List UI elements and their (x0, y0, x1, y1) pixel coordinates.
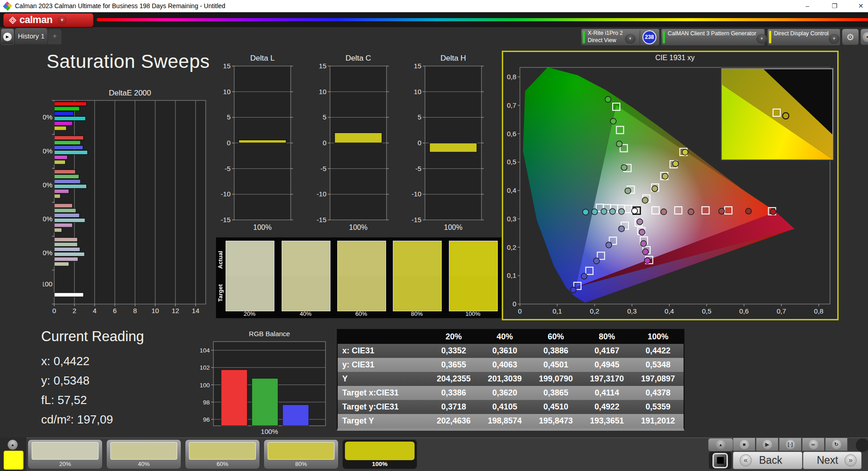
table-row: Target Y202,4636198,8574195,8473193,3651… (338, 414, 684, 428)
display-control-dropdown-icon[interactable]: ▼ (829, 34, 840, 44)
next-button[interactable]: Next » (803, 452, 862, 469)
meter-dropdown-icon[interactable]: ▼ (625, 34, 636, 44)
pattern-tile-label: 20% (28, 461, 102, 467)
svg-text:-10: -10 (411, 190, 421, 198)
minimize-button[interactable]: – (798, 0, 816, 12)
transport-infinity-button[interactable]: ∞ (802, 438, 825, 451)
svg-text:15: 15 (319, 62, 326, 70)
cie-1931-chart: CIE 1931 xy00,10,20,30,40,50,60,70,800,1… (503, 52, 837, 319)
transport-play-button[interactable]: ▶ (756, 438, 778, 451)
pattern-panel-up-button[interactable]: ▲ (8, 440, 18, 450)
pattern-tile-label: 100% (343, 461, 417, 467)
cie-1931-panel: CIE 1931 xy00,10,20,30,40,50,60,70,800,1… (502, 51, 839, 320)
back-chevron-icon: « (740, 454, 752, 466)
pattern-tile-80%[interactable]: 80% (264, 439, 339, 469)
pattern-generator-label: CalMAN Client 3 Pattern Generator (668, 30, 756, 38)
svg-text:100: 100 (200, 382, 210, 389)
calman-app-window: Calman 2023 Calman Ultimate for Business… (0, 0, 868, 471)
transport-stop-button[interactable]: ■ (733, 438, 755, 451)
play-icon: ▶ (763, 440, 772, 449)
svg-text:0,6: 0,6 (739, 307, 749, 315)
current-reading-title: Current Reading (41, 328, 144, 345)
display-control-label: Direct Display Control (774, 30, 829, 38)
square-pattern-icon (712, 453, 728, 468)
calman-menu-dropdown-icon[interactable]: ▼ (58, 16, 66, 24)
calman-menu-button[interactable]: calman ▼ (3, 13, 94, 27)
svg-text:0,8: 0,8 (814, 307, 824, 315)
svg-text:5: 5 (227, 113, 231, 121)
target-row-label: Target (217, 277, 224, 309)
table-row: Target x:CIE310,33860,36200,38650,41140,… (338, 386, 684, 400)
svg-text:0,2: 0,2 (590, 307, 599, 315)
current-reading-values: x: 0,4422y: 0,5348fL: 57,52cd/m²: 197,09 (41, 354, 113, 432)
svg-text:4: 4 (93, 307, 96, 314)
svg-text:15: 15 (223, 62, 231, 70)
svg-text:100%: 100% (261, 428, 278, 435)
svg-text:0,3: 0,3 (507, 215, 516, 223)
svg-text:10: 10 (319, 88, 326, 95)
calman-diamond-icon (8, 16, 17, 25)
svg-text:14: 14 (192, 307, 199, 314)
pattern-tile-60%[interactable]: 60% (185, 439, 260, 469)
meter-status-indicator (583, 31, 585, 43)
swatch-40% (282, 241, 330, 311)
table-row: y: CIE310,36550,40630,45010,49450,5348 (338, 358, 684, 372)
svg-text:0,4: 0,4 (507, 186, 516, 194)
collapse-left-icon: ◀ (863, 32, 868, 42)
table-row: Y204,2355201,3039199,0790197,3170197,089… (338, 372, 684, 386)
current-reading-line: fL: 57,52 (41, 393, 113, 413)
actual-target-swatch-panel: Actual Target 20%40%60%80%100% (216, 237, 502, 319)
svg-text:100%: 100% (253, 224, 272, 231)
pattern-tile-swatch (345, 442, 415, 460)
logo-bar: calman ▼ (0, 12, 868, 27)
svg-text:-5: -5 (321, 165, 326, 172)
transport-panel-up-button[interactable]: ▲ (708, 438, 733, 452)
swatch-80% (393, 241, 442, 311)
display-control-dropdown[interactable]: Direct Display Control ▼ (767, 29, 840, 46)
pattern-tile-20%[interactable]: 20% (28, 439, 103, 469)
infinity-icon: ∞ (809, 440, 818, 449)
svg-text:10: 10 (223, 88, 231, 95)
svg-text:-15: -15 (221, 216, 231, 224)
delta-h-chart: Delta H151050-5-10-15100% (405, 53, 491, 234)
svg-text:0: 0 (323, 139, 326, 147)
transport-refresh-button[interactable]: ↻ (825, 438, 848, 451)
svg-text:-10: -10 (316, 190, 326, 198)
pattern-tile-40%[interactable]: 40% (106, 439, 181, 469)
edge-button[interactable] (856, 438, 868, 452)
svg-text:0: 0 (52, 307, 56, 314)
back-button-label: Back (759, 454, 782, 466)
pattern-generator-dropdown[interactable]: CalMAN Client 3 Pattern Generator ▼ (661, 29, 765, 46)
current-reading-line: x: 0,4422 (41, 354, 113, 374)
settings-button[interactable]: ⚙ (842, 29, 859, 45)
divider (640, 30, 640, 44)
swatch-60% (337, 241, 386, 311)
table-row: x: CIE310,33520,36100,38860,41670,4422 (338, 344, 684, 358)
current-pattern-swatch (4, 451, 24, 470)
transport-frame-button[interactable]: [·] (779, 438, 802, 451)
pattern-tile-100%[interactable]: 100% (342, 439, 417, 469)
pattern-generator-dropdown-icon[interactable]: ▼ (756, 34, 767, 44)
meter-dropdown[interactable]: X-Rite i1Pro 2Direct View ▼ 238 (581, 29, 660, 46)
svg-text:0,1: 0,1 (552, 307, 562, 315)
display-control-status-indicator (769, 31, 771, 43)
restore-button[interactable]: ❐ (826, 0, 844, 12)
back-button[interactable]: « Back (733, 452, 802, 469)
delta-c-chart: Delta C151050-5-10-15100% (310, 53, 396, 234)
tab-history-1[interactable]: History 1 (15, 28, 47, 44)
svg-text:20%: 20% (43, 249, 52, 257)
tab-scroll-button[interactable]: ▶ (1, 29, 14, 45)
window-pattern-toggle-button[interactable] (709, 452, 731, 469)
svg-text:100%: 100% (444, 224, 462, 231)
collapse-panel-button[interactable]: ◀ (860, 29, 868, 45)
close-button[interactable]: ✕ (852, 0, 868, 12)
rainbow-strip (97, 18, 868, 21)
add-tab-button[interactable]: + (48, 29, 61, 44)
swatch-label: 40% (282, 310, 330, 317)
svg-text:0,4: 0,4 (665, 307, 674, 315)
svg-text:-15: -15 (411, 216, 421, 224)
frame-icon: [·] (786, 440, 795, 449)
svg-text:Delta L: Delta L (250, 54, 275, 62)
svg-text:0,5: 0,5 (702, 307, 712, 315)
calman-app-icon (4, 2, 12, 10)
